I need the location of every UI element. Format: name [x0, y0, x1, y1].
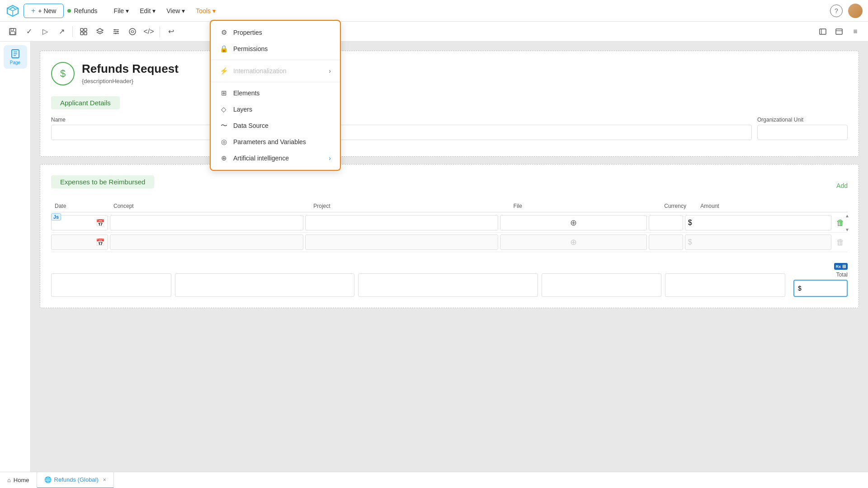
name-input[interactable] [51, 125, 752, 140]
bottom-area: Rx⊞ Total $ [51, 263, 848, 297]
bottom-cell-3 [358, 273, 538, 297]
window-btn[interactable] [832, 24, 846, 39]
home-label: Home [14, 477, 29, 483]
svg-point-8 [117, 31, 118, 32]
refunds-tab: Refunds [67, 7, 97, 14]
main-content: $ Refunds Request {descriptionHeader} Ap… [31, 42, 868, 472]
total-area: Rx⊞ Total $ [789, 263, 848, 297]
amount-cell-1[interactable]: $ [685, 215, 831, 230]
scroll-bar: ▲ ▼ [845, 213, 849, 232]
menu-properties[interactable]: ⚙ Properties [211, 24, 340, 41]
date-cell-2[interactable]: 📅 [51, 235, 108, 250]
col-amount-header: Amount [697, 203, 848, 209]
total-input[interactable]: $ [793, 280, 848, 297]
code-button[interactable]: </> [142, 24, 156, 39]
name-label: Name [51, 117, 752, 123]
svg-rect-2 [10, 32, 15, 34]
undo-button[interactable]: ↩ [164, 24, 178, 39]
delete-icon-2: 🗑 [836, 238, 844, 247]
datasource-icon: 〜 [220, 122, 228, 130]
bottom-cell-1 [51, 273, 171, 297]
concept-cell-1[interactable] [110, 215, 303, 230]
concept-cell-2[interactable] [110, 235, 303, 250]
tab-refunds[interactable]: 🌐 Refunds (Global) × [37, 472, 114, 488]
form-header-container: $ Refunds Request {descriptionHeader} Ap… [40, 51, 859, 157]
svg-rect-5 [80, 32, 83, 35]
file-cell-1[interactable]: ⊕ [500, 215, 646, 230]
amount-cell-2[interactable]: $ [685, 235, 831, 250]
add-button[interactable]: Add [836, 182, 848, 189]
params-icon: ◎ [220, 138, 228, 146]
check-button[interactable]: ✓ [22, 24, 36, 39]
i18n-icon: ⚡ [220, 67, 228, 75]
rx-badge: Rx⊞ [834, 263, 848, 270]
tab-globe-icon: 🌐 [44, 476, 52, 483]
js-badge: Js [51, 213, 61, 221]
col-date-header: Date [51, 203, 110, 209]
status-dot [67, 9, 71, 13]
logic-button[interactable] [125, 24, 140, 39]
edit-menu[interactable]: Edit ▾ [134, 0, 161, 22]
svg-rect-6 [84, 32, 87, 35]
expenses-container: Expenses to be Reimbursed Add Date Conce… [40, 164, 859, 308]
nav-right: ? [830, 4, 863, 18]
currency-cell-1[interactable] [649, 215, 683, 230]
file-menu[interactable]: File ▾ [108, 0, 135, 22]
menu-params[interactable]: ◎ Parameters and Variables [211, 134, 340, 150]
org-label: Organizational Unit [757, 117, 848, 123]
ai-icon: ⊕ [220, 154, 228, 162]
layers-button[interactable] [93, 24, 107, 39]
components-button[interactable] [76, 24, 91, 39]
expenses-table-header: Date Concept Project File Currency Amoun… [51, 203, 848, 212]
sidebar-item-page[interactable]: Page [4, 45, 27, 69]
tab-close-icon[interactable]: × [103, 477, 106, 483]
table-row-1: Js 📅 ⊕ $ 🗑 ▲ ▼ [51, 213, 848, 233]
menu-datasource[interactable]: 〜 Data Source [211, 117, 340, 134]
main-menu: File ▾ Edit ▾ View ▾ Tools ▾ [108, 0, 221, 22]
currency-cell-2[interactable] [649, 235, 683, 250]
project-cell-1[interactable] [305, 215, 499, 230]
menu-elements[interactable]: ⊞ Elements [211, 85, 340, 101]
tools-dropdown: ⚙ Properties 🔒 Permissions ⚡ Internation… [210, 20, 341, 171]
avatar [848, 4, 863, 18]
upload-icon-2: ⊕ [570, 237, 577, 247]
help-button[interactable]: ? [830, 5, 843, 17]
menu-sep-2 [211, 82, 340, 82]
save-button[interactable] [5, 24, 20, 39]
layers-icon: ◇ [220, 105, 228, 113]
col-currency-header: Currency [660, 203, 697, 209]
delete-icon-1: 🗑 [836, 218, 844, 228]
menu-i18n: ⚡ Internationalization › [211, 63, 340, 79]
menu-layers[interactable]: ◇ Layers [211, 101, 340, 117]
del-2[interactable]: 🗑 [833, 238, 848, 247]
run-button[interactable]: ▷ [38, 24, 52, 39]
project-cell-2[interactable] [305, 235, 499, 250]
settings-btn[interactable]: ≡ [848, 24, 863, 39]
dollar-2: $ [688, 238, 692, 246]
export-button[interactable]: ↗ [54, 24, 69, 39]
svg-rect-11 [820, 29, 826, 34]
logo-icon [5, 4, 20, 18]
org-input[interactable] [757, 125, 848, 140]
permissions-icon: 🔒 [220, 45, 228, 53]
file-cell-2[interactable]: ⊕ [500, 235, 646, 250]
datasource-button[interactable] [109, 24, 123, 39]
tools-menu[interactable]: Tools ▾ [190, 0, 221, 22]
form-subtitle: {descriptionHeader} [82, 78, 179, 84]
canvas-area: $ Refunds Request {descriptionHeader} Ap… [31, 42, 868, 472]
tab-home[interactable]: ⌂ Home [0, 472, 37, 488]
view-btn[interactable] [816, 24, 830, 39]
svg-rect-4 [84, 28, 87, 31]
new-button[interactable]: + + New [24, 4, 64, 18]
menu-ai[interactable]: ⊕ Artificial intelligence › [211, 150, 340, 166]
tab-refunds-label: Refunds (Global) [54, 476, 99, 483]
sidebar-page-label: Page [10, 60, 20, 65]
toolbar: ✓ ▷ ↗ </> ↩ ≡ [0, 22, 868, 42]
col-concept-header: Concept [110, 203, 310, 209]
menu-permissions[interactable]: 🔒 Permissions [211, 41, 340, 57]
ai-arrow: › [329, 155, 331, 162]
bottom-cell-4 [542, 273, 662, 297]
plus-icon: + [31, 7, 35, 15]
col-file-header: File [510, 203, 661, 209]
view-menu[interactable]: View ▾ [161, 0, 190, 22]
